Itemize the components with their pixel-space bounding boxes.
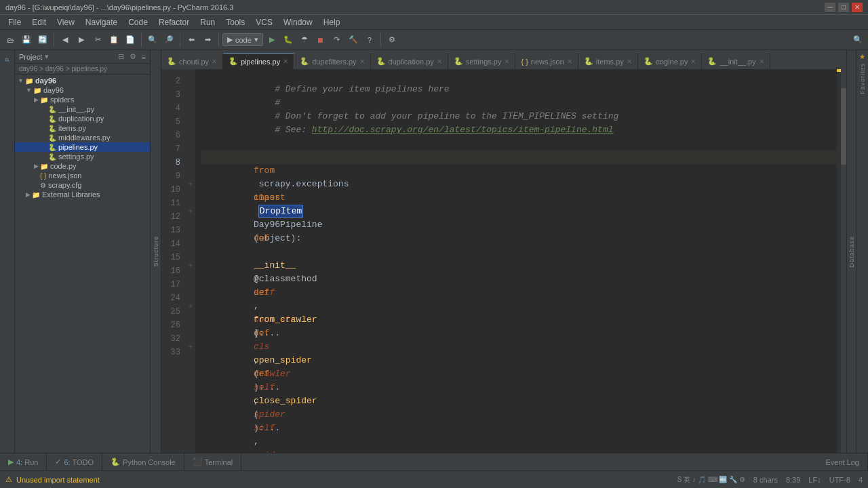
sdk-button[interactable]: ? [362,33,377,47]
tab-terminal[interactable]: ⬛ Terminal [184,453,242,471]
code-editor[interactable]: 2 3 4 5 6 7 8 9 10 11 12 13 14 15 16 17 … [161,69,846,453]
menu-help[interactable]: Help [318,16,346,28]
tab-close-chouti[interactable]: ✕ [212,58,217,65]
build-button[interactable]: 🔨 [346,33,361,47]
left-sidebar-icons: P [0,50,15,453]
tab-settings-py[interactable]: 🐍 settings.py ✕ [448,53,516,69]
minimize-button[interactable]: ─ [825,3,835,12]
menu-navigate[interactable]: Navigate [80,16,123,28]
cut-button[interactable]: ✂ [90,33,105,47]
tree-item-duplication-py[interactable]: ▶ 🐍 duplication.py [15,114,150,123]
tab-label-engine: engine.py [656,58,688,66]
title-bar: day96 - [G:\wupeiqi\day96] - ...\day96\p… [0,0,868,15]
gear-icon[interactable]: ≡ [142,53,146,61]
sync-button[interactable]: 🔄 [35,33,50,47]
tab-pipelines-py[interactable]: 🐍 pipelines.py ✕ [223,53,294,69]
run-button[interactable]: ▶ [264,33,279,47]
menu-run[interactable]: Run [195,16,220,28]
tab-close-items[interactable]: ✕ [627,58,632,65]
tree-item-news-json[interactable]: ▶ { } news.json [15,171,150,180]
coverage-button[interactable]: ☂ [297,33,312,47]
tree-item-external-libraries[interactable]: ▶ 📁 External Libraries [15,190,150,199]
search-everywhere-button[interactable]: 🔍 [850,33,865,47]
fold-marker-class[interactable]: + [186,178,195,191]
tree-item-project-root[interactable]: ▼ 📁 day96 [15,76,150,85]
tab-news-json[interactable]: { } news.json ✕ [515,53,578,69]
tree-item-scrapy-cfg[interactable]: ▶ ⚙ scrapy.cfg [15,180,150,190]
find-button[interactable]: 🔍 [145,33,160,47]
tab-engine-py[interactable]: 🐍 engine.py ✕ [638,53,703,69]
code-line-4: # Don't forget to add your pipeline to t… [201,96,837,110]
scrollbar-thumb[interactable] [841,88,846,165]
tree-item-spiders[interactable]: ▶ 📁 spiders [15,95,150,104]
tab-duplication-py[interactable]: 🐍 duplication.py ✕ [371,53,448,69]
tab-close-init[interactable]: ✕ [759,58,764,65]
menu-vcs[interactable]: VCS [250,16,278,28]
copy-button[interactable]: 📋 [106,33,121,47]
debug-button[interactable]: 🐛 [281,33,296,47]
settings-button[interactable]: ⚙ [384,33,399,47]
code-line-32 [201,327,837,340]
paste-button[interactable]: 📄 [123,33,138,47]
tab-close-pipelines[interactable]: ✕ [283,58,288,65]
menu-tools[interactable]: Tools [220,16,250,28]
tab-python-console[interactable]: 🐍 Python Console [102,453,184,471]
tab-close-engine[interactable]: ✕ [690,58,696,65]
fold-marker-from[interactable]: + [186,259,195,272]
tab-close-settings[interactable]: ✕ [504,58,509,65]
stop-button[interactable]: ⏹ [313,33,328,47]
fold-marker-open[interactable]: + [186,300,195,313]
fold-marker-close[interactable]: + [186,340,195,354]
menu-refactor[interactable]: Refactor [153,16,195,28]
nav-prev-button[interactable]: ⬅ [184,33,199,47]
tree-item-items-py[interactable]: ▶ 🐍 items.py [15,123,150,133]
tab-label-chouti: chouti.py [179,58,209,66]
open-project-button[interactable]: 🗁 [3,33,18,47]
tree-item-init-py[interactable]: ▶ 🐍 __init__.py [15,104,150,114]
collapse-icon[interactable]: ⊟ [118,52,124,61]
status-left: ⚠ Unused import statement [5,475,672,484]
run-config-dropdown[interactable]: ▶ code ▾ [222,33,263,46]
tab-items-py[interactable]: 🐍 items.py ✕ [578,53,638,69]
mini-scrollbar[interactable] [841,69,846,453]
tree-item-day96-folder[interactable]: ▼ 📁 day96 [15,85,150,95]
menu-edit[interactable]: Edit [26,16,52,28]
tree-item-middlewares-py[interactable]: ▶ 🐍 middlewares.py [15,133,150,142]
tab-init-py[interactable]: 🐍 __init__.py ✕ [702,53,770,69]
tab-event-log[interactable]: Event Log [817,453,868,471]
todo-icon: ✓ [55,458,61,466]
nav-next-button[interactable]: ➡ [200,33,215,47]
settings-icon[interactable]: ⚙ [130,52,136,61]
find-usages-button[interactable]: 🔎 [161,33,176,47]
tab-chouti-py[interactable]: 🐍 chouti.py ✕ [161,53,223,69]
line-num-16: 16 [161,264,180,278]
tree-item-code-folder[interactable]: ▶ 📁 code.py [15,161,150,171]
back-button[interactable]: ◀ [58,33,73,47]
tab-run[interactable]: ▶ 4: Run [0,453,47,471]
menu-view[interactable]: View [52,16,80,28]
fold-marker-init[interactable]: + [186,205,195,218]
project-panel-header: Project ▾ ⊟ ⚙ ≡ [15,50,150,64]
forward-button[interactable]: ▶ [74,33,89,47]
tree-item-settings-py[interactable]: ▶ 🐍 settings.py [15,152,150,161]
tree-item-pipelines-py[interactable]: ▶ 🐍 pipelines.py [15,142,150,152]
tab-close-dupefilters[interactable]: ✕ [359,58,365,65]
menu-file[interactable]: File [3,16,26,28]
code-content[interactable]: # Define your item pipelines here # # Do… [195,69,837,453]
code-line-17 [201,272,837,286]
tab-todo[interactable]: ✓ 6: TODO [47,453,102,471]
close-button[interactable]: ✕ [852,3,863,12]
tab-label-news: news.json [531,58,564,66]
menu-code[interactable]: Code [123,16,153,28]
maximize-button[interactable]: □ [838,3,849,12]
menu-window[interactable]: Window [278,16,318,28]
right-error-gutter [837,69,846,453]
tab-dupefilters-py[interactable]: 🐍 dupefilters.py ✕ [294,53,370,69]
tab-close-duplication[interactable]: ✕ [437,58,442,65]
tab-label-dupefilters: dupefilters.py [312,58,356,66]
project-icon[interactable]: P [1,53,14,65]
line-num-26: 26 [161,319,180,332]
tab-close-news[interactable]: ✕ [567,58,572,65]
step-over-button[interactable]: ↷ [330,33,344,47]
save-button[interactable]: 💾 [19,33,34,47]
